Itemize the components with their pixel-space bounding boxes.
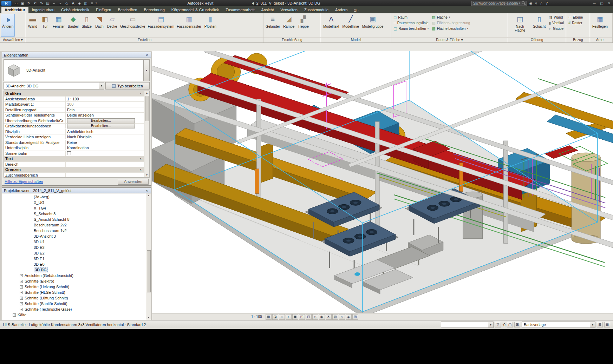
ribbon-button-raum-flache-flache[interactable]: ▨Fläche▾ bbox=[430, 15, 471, 20]
sync-icon[interactable]: ↻ bbox=[26, 1, 32, 6]
background-processes-icon[interactable]: ▦ bbox=[604, 322, 610, 327]
save-icon[interactable]: ▣ bbox=[20, 1, 25, 6]
tree-expander-icon[interactable]: + bbox=[20, 291, 23, 294]
text-icon[interactable]: A bbox=[70, 1, 76, 6]
tree-item-beschussraum-1v2[interactable]: Beschussraum 1v2 bbox=[2, 228, 146, 233]
ribbon-button-erstellen-tur[interactable]: ◧Tür bbox=[39, 14, 51, 37]
view-scale-button[interactable]: 1 : 100 bbox=[250, 315, 265, 319]
tree-item-3d-u1[interactable]: 3D U1 bbox=[2, 239, 146, 245]
application-menu-button[interactable]: R bbox=[1, 1, 12, 6]
tree-item-x-ug[interactable]: X_UG bbox=[2, 200, 146, 205]
ribbon-tab-beschriften[interactable]: Beschriften bbox=[115, 7, 140, 13]
tree-expander-icon[interactable]: + bbox=[20, 297, 23, 300]
ribbon-button-erstellen-decke[interactable]: ▱Decke bbox=[106, 14, 118, 37]
scroll-up-icon[interactable]: ▲ bbox=[146, 91, 148, 95]
section-icon[interactable]: ◫ bbox=[83, 1, 89, 6]
ribbon-tab-korpermodell-grundstuck[interactable]: Körpermodell & Grundstück bbox=[168, 7, 222, 13]
ribbon-tab-berechnung[interactable]: Berechnung bbox=[141, 7, 168, 13]
tree-expander-icon[interactable]: + bbox=[20, 285, 23, 289]
edit-type-button[interactable]: Typ bearbeiten bbox=[105, 82, 150, 90]
minimize-button[interactable]: ─ bbox=[592, 1, 596, 5]
analytical-model-icon[interactable]: △ bbox=[339, 314, 345, 320]
ribbon-button-bezug-raster[interactable]: #Raster bbox=[567, 20, 584, 25]
properties-palette-header[interactable]: Eigenschaften × bbox=[2, 52, 151, 58]
ribbon-button-raum-flache-raum[interactable]: ◻Raum bbox=[392, 15, 430, 20]
reveal-hidden-elements-icon[interactable]: ☀ bbox=[326, 314, 332, 320]
tree-expander-icon[interactable]: + bbox=[20, 280, 23, 283]
property-value-sichtbarkeit-der-teilelemente[interactable]: Beide anzeigen bbox=[66, 113, 144, 118]
type-selector[interactable]: 3D-Ansicht ▾ bbox=[4, 59, 150, 81]
model-canvas[interactable] bbox=[152, 51, 613, 313]
search-icon[interactable] bbox=[521, 1, 526, 5]
ribbon-button-raum-flache-raumtrennungslinie[interactable]: ┄Raumtrennungslinie bbox=[392, 20, 430, 25]
scrollbar-thumb[interactable] bbox=[147, 250, 151, 292]
close-icon[interactable]: × bbox=[144, 188, 149, 193]
close-button[interactable]: × bbox=[607, 1, 611, 5]
tree-item-s-schacht-8[interactable]: S_Schacht 8 bbox=[2, 211, 146, 217]
properties-help-link[interactable]: Hilfe zu Eigenschaften bbox=[5, 179, 43, 184]
ribbon-button-erstellen-fenster[interactable]: ▦Fenster bbox=[51, 14, 66, 37]
measure-icon[interactable]: ⌐ bbox=[51, 1, 57, 6]
tree-item-3d-dg[interactable]: 3D DG bbox=[2, 267, 146, 273]
tree-item-ansichten-gebaudeansicht[interactable]: +Ansichten (Gebäudeansicht) bbox=[2, 273, 146, 278]
show-rendering-dialog-icon[interactable]: ▣ bbox=[292, 314, 298, 320]
ribbon-button-offnung-nach-flache[interactable]: ◫Nach Fläche bbox=[509, 14, 531, 37]
apply-button[interactable]: Anwenden bbox=[118, 179, 149, 185]
tree-item-schnitte-technische-gase[interactable]: +Schnitte (Technische Gase) bbox=[2, 306, 146, 312]
search-dropdown-icon[interactable]: ▾ bbox=[519, 2, 520, 5]
property-value-detaillierungsgrad[interactable]: Fein bbox=[66, 107, 144, 112]
property-value-ansichtsmasstab[interactable]: 1 : 100 bbox=[66, 97, 144, 101]
property-value-disziplin[interactable]: Architektonisch bbox=[66, 129, 144, 134]
favorites-icon[interactable]: ☆ bbox=[540, 1, 543, 5]
ribbon-button-raum-flache-flachen-begrenzung[interactable]: ▧Flächen- begrenzung bbox=[430, 20, 471, 25]
search-input[interactable] bbox=[473, 1, 518, 5]
tag-icon[interactable]: ◇ bbox=[64, 1, 70, 6]
active-workset-combobox[interactable]: ▾ bbox=[441, 322, 494, 328]
sign-in-icon[interactable]: ◉ bbox=[529, 1, 533, 5]
temporary-view-properties-icon[interactable]: ▧ bbox=[332, 314, 338, 320]
sun-path-icon[interactable]: ☼ bbox=[279, 314, 285, 320]
ribbon-button-offnung-vertikal[interactable]: ▮Vertikal bbox=[547, 20, 565, 25]
crop-view-icon[interactable]: ◳ bbox=[299, 314, 305, 320]
tree-item-schnitte-heizung-schnitt[interactable]: +Schnitte (Heizung Schnitt) bbox=[2, 284, 146, 290]
property-value-standardanzeigestil-fur-analyse[interactable]: Keine bbox=[66, 140, 144, 145]
ribbon-button-erschliesung-gelander[interactable]: ≡Geländer bbox=[264, 14, 281, 37]
property-value-grafikdarstellungsoptionen[interactable]: Bearbeiten... bbox=[66, 124, 144, 128]
property-value-masstabswert-1[interactable]: 100 bbox=[66, 102, 144, 107]
tree-item-kalte[interactable]: +Kälte bbox=[2, 312, 146, 318]
temporary-hide-isolate-icon[interactable]: ◉ bbox=[319, 314, 325, 320]
undo-icon[interactable]: ↶ bbox=[32, 1, 38, 6]
show-crop-region-icon[interactable]: ⊡ bbox=[306, 314, 312, 320]
ribbon-tab-ingenieurbau[interactable]: Ingenieurbau bbox=[29, 7, 58, 13]
grafikdarstellungsoptionen-edit-button[interactable]: Bearbeiten... bbox=[67, 124, 135, 128]
tree-item-s-ansicht-schacht-8[interactable]: S_Ansicht Schacht 8 bbox=[2, 217, 146, 222]
scroll-down-icon[interactable]: ▼ bbox=[148, 316, 150, 320]
property-value-verdeckte-linien-anzeigen[interactable]: Nach Disziplin bbox=[66, 134, 144, 139]
ribbon-button-raum-flache-raum-beschriften[interactable]: ▢Raum beschriften▾ bbox=[392, 26, 430, 31]
design-option-combobox[interactable]: Basisvorlage▾ bbox=[522, 322, 595, 328]
ribbon-button-offnung-schacht[interactable]: ▯Schacht bbox=[532, 14, 547, 37]
tree-item-schnitte-hlse-schnitt[interactable]: +Schnitte (HLSE Schnitt) bbox=[2, 290, 146, 295]
qat-customize-arrow[interactable]: ▾ bbox=[96, 2, 97, 5]
sonnenbahn-checkbox[interactable] bbox=[67, 151, 71, 155]
browser-scrollbar[interactable]: ▲ ▼ bbox=[146, 193, 151, 320]
project-browser-header[interactable]: Projektbrowser - 2014_2_811_V_gelöst × bbox=[2, 188, 151, 193]
property-value-unterdisziplin[interactable]: Koordination bbox=[66, 145, 144, 150]
ribbon-tab-zusammenarbeit[interactable]: Zusammenarbeit bbox=[222, 7, 258, 13]
property-value-sonnenbahn[interactable] bbox=[66, 151, 144, 155]
exclude-options-icon[interactable]: ⊟ bbox=[597, 322, 603, 327]
ribbon-button-raum-flache-flache-beschriften[interactable]: ▩Fläche beschriften▾ bbox=[430, 26, 471, 31]
unlocked-view-icon[interactable]: ◇ bbox=[312, 314, 318, 320]
open-icon[interactable]: ▱ bbox=[13, 1, 19, 6]
restore-button[interactable]: ▢ bbox=[600, 1, 604, 5]
tree-expander-icon[interactable]: + bbox=[20, 308, 23, 311]
ribbon-tab-verwalten[interactable]: Verwalten bbox=[278, 7, 301, 13]
view-selector-combobox[interactable]: 3D-Ansicht: 3D DG ▾ bbox=[4, 82, 104, 90]
tree-item-3d-e2[interactable]: 3D E2 bbox=[2, 250, 146, 256]
ribbon-button-arbe-festlegen[interactable]: ▦Festlegen bbox=[591, 14, 609, 37]
tree-item-3d-beg[interactable]: (3d -beg) bbox=[2, 194, 146, 200]
tree-item-schnitte-sanitar-schnitt[interactable]: +Schnitte (Sanitär Schnitt) bbox=[2, 301, 146, 306]
ribbon-button-erstellen-dach[interactable]: ◥Dach bbox=[93, 14, 105, 37]
displacement-sets-icon[interactable]: ◈ bbox=[346, 314, 352, 320]
editable-only-icon[interactable]: ▢ bbox=[507, 322, 513, 327]
